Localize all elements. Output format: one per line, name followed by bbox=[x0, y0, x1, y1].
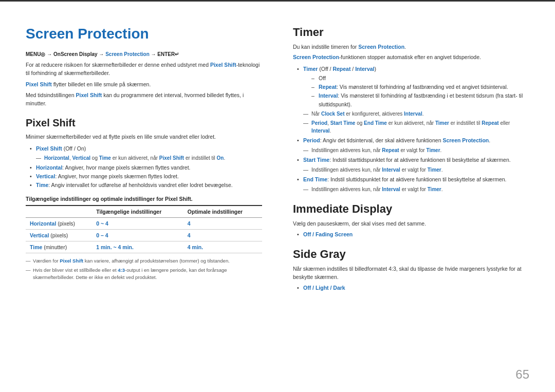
timer-item-1: Timer (Off / Repeat / Interval) Off Repe… bbox=[297, 65, 529, 135]
table-intro: Tilgængelige indstillinger og optimale i… bbox=[26, 196, 262, 202]
timer-intro-2: Screen Protection-funktionen stopper aut… bbox=[293, 53, 529, 62]
side-gray-item: Off / Light / Dark bbox=[297, 284, 529, 292]
timer-note-4: Indstillingen aktiveres kun, når Interva… bbox=[303, 166, 529, 174]
immediate-desc: Vælg den pauseskærm, der skal vises med … bbox=[293, 220, 529, 228]
table-cell-label-3: Time (minutter) bbox=[26, 241, 92, 253]
timer-sub-list: Off Repeat: Vis mønsteret til forhindrin… bbox=[311, 74, 529, 108]
page-number: 65 bbox=[515, 367, 529, 382]
timer-item-period: Period: Angiv det tidsinterval, der skal… bbox=[297, 136, 529, 154]
timer-item-starttime: Start Time: Indstil starttidspunktet for… bbox=[297, 156, 529, 174]
timer-sub-interval: Interval: Vis mønsteret til forhindring … bbox=[311, 91, 529, 109]
timer-note-2: Period, Start Time og End Time er kun ak… bbox=[303, 119, 529, 135]
timer-item-endtime: End Time: Indstil sluttidspunktet for at… bbox=[297, 175, 529, 193]
page-title: Screen Protection bbox=[26, 26, 262, 42]
immediate-list: Off / Fading Screen bbox=[297, 230, 529, 239]
table-cell-optimal-2: 4 bbox=[183, 229, 262, 241]
table-cell-range-3: 1 min. ~ 4 min. bbox=[92, 241, 183, 253]
immediate-title: Immediate Display bbox=[293, 202, 529, 216]
pixel-shift-item-1: Pixel Shift (Off / On) Horizontal, Verti… bbox=[30, 144, 262, 162]
timer-list: Timer (Off / Repeat / Interval) Off Repe… bbox=[297, 65, 529, 193]
timer-note-3: Indstillingen aktiveres kun, når Repeat … bbox=[303, 146, 529, 154]
table-header-col1: Tilgængelige indstillinger bbox=[92, 206, 183, 218]
pixel-shift-item-2: Horizontal: Angiver, hvor mange pixels s… bbox=[30, 163, 262, 172]
top-border bbox=[0, 0, 555, 2]
intro-text-2: Pixel Shift flytter billedet en lille sm… bbox=[26, 81, 262, 89]
table-row: Time (minutter) 1 min. ~ 4 min. 4 min. bbox=[26, 241, 262, 253]
table-cell-optimal-3: 4 min. bbox=[183, 241, 262, 253]
timer-title: Timer bbox=[293, 26, 529, 39]
table-cell-label-2: Vertical (pixels) bbox=[26, 229, 92, 241]
timer-note-5: Indstillingen aktiveres kun, når Interva… bbox=[303, 185, 529, 193]
left-column: Screen Protection MENU◎ → OnScreen Displ… bbox=[26, 21, 262, 377]
footnote-1: Værdien for Pixel Shift kan variere, afh… bbox=[26, 257, 262, 265]
timer-note-1: Når Clock Set er konfigureret, aktiveres… bbox=[303, 110, 529, 118]
page-container: Screen Protection MENU◎ → OnScreen Displ… bbox=[0, 0, 555, 392]
side-gray-title: Side Gray bbox=[293, 248, 529, 261]
table-section: Tilgængelige indstillinger og optimale i… bbox=[26, 196, 262, 253]
side-gray-list: Off / Light / Dark bbox=[297, 284, 529, 292]
table-row: Horizontal (pixels) 0 ~ 4 4 bbox=[26, 217, 262, 229]
table-header-col2: Optimale indstillinger bbox=[183, 206, 262, 218]
table-cell-range-1: 0 ~ 4 bbox=[92, 217, 183, 229]
footnote-2: Hvis der bliver vist et stillbillede ell… bbox=[26, 267, 262, 282]
pixel-shift-desc: Minimer skærmefterbilleder ved at flytte… bbox=[26, 133, 262, 141]
pixel-shift-item-4: Time: Angiv intervallet for udførelse af… bbox=[30, 181, 262, 190]
pixel-shift-list: Pixel Shift (Off / On) Horizontal, Verti… bbox=[30, 144, 262, 190]
timer-intro-1: Du kan indstille timeren for Screen Prot… bbox=[293, 43, 529, 51]
table-header-label bbox=[26, 206, 92, 218]
side-gray-desc: Når skærmen indstilles til billedformate… bbox=[293, 265, 529, 282]
table-cell-optimal-1: 4 bbox=[183, 217, 262, 229]
table-cell-range-2: 0 – 4 bbox=[92, 229, 183, 241]
immediate-item: Off / Fading Screen bbox=[297, 230, 529, 239]
menu-path: MENU◎ → OnScreen Display → Screen Protec… bbox=[26, 51, 262, 57]
pixel-shift-note-1: Horizontal, Vertical og Time er kun akti… bbox=[36, 154, 262, 162]
intro-text-3: Med tidsindstillingen Pixel Shift kan du… bbox=[26, 91, 262, 108]
pixel-shift-table: Tilgængelige indstillinger Optimale inds… bbox=[26, 205, 262, 253]
right-column: Timer Du kan indstille timeren for Scree… bbox=[283, 21, 529, 377]
pixel-shift-item-3: Vertical: Angiver, hvor mange pixels skæ… bbox=[30, 172, 262, 181]
table-cell-label-1: Horizontal (pixels) bbox=[26, 217, 92, 229]
timer-sub-repeat: Repeat: Vis mønsteret til forhindring af… bbox=[311, 83, 529, 91]
timer-sub-off: Off bbox=[311, 74, 529, 83]
pixel-shift-title: Pixel Shift bbox=[26, 117, 262, 129]
intro-text-1: For at reducere risikoen for skærmefterb… bbox=[26, 61, 262, 78]
table-row: Vertical (pixels) 0 – 4 4 bbox=[26, 229, 262, 241]
